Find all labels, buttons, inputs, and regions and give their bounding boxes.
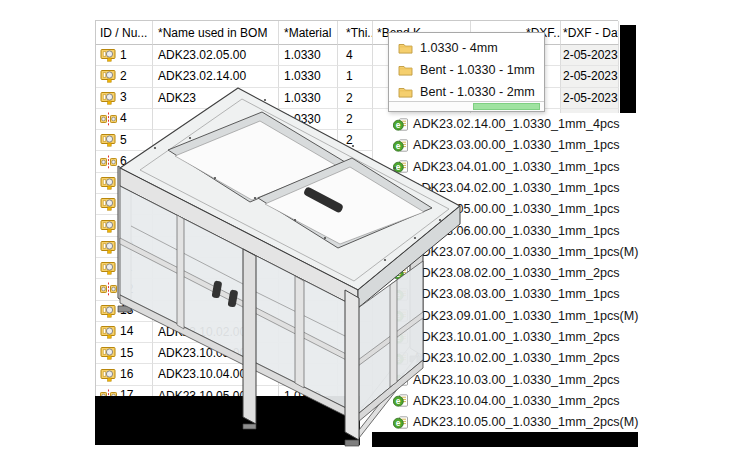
sheet-metal-part-icon (100, 48, 117, 62)
app-canvas: ID / Nu... *Name used in BOM *Material *… (0, 0, 750, 450)
column-header-id[interactable]: ID / Nu... (96, 21, 153, 45)
column-header-thickness[interactable]: *Thi... (338, 21, 373, 45)
folder-item[interactable]: 1.0330 - 4mm (389, 37, 544, 59)
cell-dxf-date[interactable]: 2-05-2023 ... (561, 45, 619, 66)
folder-item[interactable]: Bent - 1.0330 - 2mm (389, 81, 544, 103)
column-header-dxf-date[interactable]: *DXF - Date (561, 21, 619, 45)
folder-item-label: Bent - 1.0330 - 1mm (420, 63, 535, 77)
folder-icon (398, 86, 413, 98)
row-number: 1 (120, 45, 127, 66)
cell-material[interactable]: 1.0330 (279, 45, 338, 66)
cell-thickness[interactable]: 4 (338, 45, 373, 66)
folder-item[interactable]: Bent - 1.0330 - 1mm (389, 59, 544, 81)
cabinet-3d-model[interactable] (95, 78, 490, 450)
redaction-bar-top-right (620, 25, 636, 113)
export-progress-fill (473, 103, 540, 110)
folder-item-label: Bent - 1.0330 - 2mm (420, 85, 535, 99)
cell-dxf-date[interactable]: 2-05-2023 ... (561, 88, 619, 109)
export-progress-bar (389, 101, 544, 111)
folder-icon (398, 64, 413, 76)
cell-name[interactable]: ADK23.02.05.00 (153, 45, 279, 66)
folder-icon (398, 42, 413, 54)
folder-item-label: 1.0330 - 4mm (420, 41, 498, 55)
column-header-material[interactable]: *Material (279, 21, 338, 45)
export-folder-dropdown: 1.0330 - 4mmBent - 1.0330 - 1mmBent - 1.… (388, 32, 545, 112)
column-header-name[interactable]: *Name used in BOM (153, 21, 279, 45)
cell-dxf-date[interactable]: 2-05-2023 ... (561, 66, 619, 87)
